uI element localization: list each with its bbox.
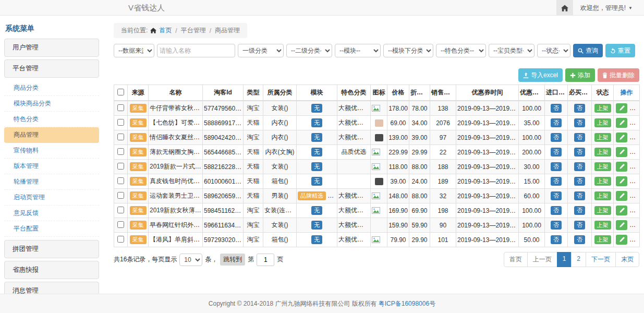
row-checkbox[interactable]	[117, 221, 124, 228]
home-button[interactable]	[556, 0, 573, 16]
feature-category-select[interactable]: --特色分类--	[436, 44, 486, 57]
status-badge[interactable]: 上架	[594, 191, 611, 200]
sidebar-item-feature-category[interactable]: 特色分类	[4, 112, 99, 127]
add-button[interactable]: 添加	[565, 68, 595, 82]
import-select-badge[interactable]: 否	[551, 162, 562, 171]
reset-button[interactable]: 重置	[605, 44, 635, 57]
pager-page-1[interactable]: 1	[557, 252, 572, 267]
edit-button[interactable]	[616, 147, 627, 157]
import-select-badge[interactable]: 否	[551, 133, 562, 142]
import-select-badge[interactable]: 否	[551, 235, 562, 244]
status-badge[interactable]: 上架	[594, 118, 611, 127]
row-checkbox[interactable]	[117, 177, 124, 184]
edit-button[interactable]	[616, 191, 627, 201]
sidebar-item-version-management[interactable]: 版本管理	[4, 159, 99, 174]
breadcrumb-home-link[interactable]: 首页	[159, 26, 172, 35]
row-checkbox[interactable]	[117, 148, 124, 155]
status-badge[interactable]: 上架	[594, 104, 611, 113]
must-buy-badge[interactable]: 否	[574, 118, 585, 127]
sidebar-item-feedback[interactable]: 意见反馈	[4, 206, 99, 221]
row-checkbox[interactable]	[117, 192, 124, 199]
must-buy-badge[interactable]: 否	[574, 133, 585, 142]
sidebar-item-groupbuy-management[interactable]: 拼团管理	[4, 240, 99, 258]
module-badge[interactable]: 无	[311, 162, 322, 171]
sidebar-item-product-management[interactable]: 商品管理	[4, 127, 99, 143]
status-badge[interactable]: 上架	[594, 162, 611, 171]
row-checkbox[interactable]	[117, 119, 124, 126]
level2-category-select[interactable]: --二级分类--	[286, 44, 332, 57]
import-select-badge[interactable]: 否	[551, 206, 562, 215]
bulk-delete-button[interactable]: 批量删除	[598, 68, 639, 82]
edit-button[interactable]	[616, 133, 627, 142]
import-excel-button[interactable]: 导入excel	[518, 68, 563, 82]
import-select-badge[interactable]: 否	[551, 221, 562, 230]
pager-first[interactable]: 首页	[504, 252, 528, 267]
search-button[interactable]: 查询	[573, 44, 603, 57]
sidebar-item-product-category[interactable]: 商品分类	[4, 80, 99, 96]
row-checkbox[interactable]	[117, 236, 124, 243]
select-all-checkbox[interactable]	[117, 89, 124, 95]
sidebar-item-promo-material[interactable]: 宣传物料	[4, 143, 99, 159]
must-buy-badge[interactable]: 否	[574, 177, 585, 186]
import-select-badge[interactable]: 否	[551, 148, 562, 156]
row-checkbox[interactable]	[117, 134, 124, 140]
must-buy-badge[interactable]: 否	[574, 235, 585, 244]
module-badge[interactable]: 无	[311, 148, 322, 156]
edit-button[interactable]	[616, 206, 627, 215]
status-badge[interactable]: 上架	[594, 206, 611, 215]
pager-prev[interactable]: 上一页	[527, 252, 557, 267]
status-badge[interactable]: 上架	[594, 148, 611, 156]
import-select-badge[interactable]: 否	[551, 104, 562, 113]
page-jump-input[interactable]	[257, 254, 274, 266]
item-type-select[interactable]: --宝贝类型--	[489, 44, 534, 57]
status-badge[interactable]: 上架	[594, 221, 611, 230]
pager-last[interactable]: 末页	[615, 252, 639, 267]
icp-link[interactable]: 粤ICP备16098006号	[379, 299, 435, 308]
row-checkbox[interactable]	[117, 163, 124, 170]
sidebar-item-platform-management[interactable]: 平台管理	[4, 59, 99, 78]
edit-button[interactable]	[616, 103, 627, 113]
status-badge[interactable]: 上架	[594, 235, 611, 244]
must-buy-badge[interactable]: 否	[574, 206, 585, 215]
sidebar-item-saving-express[interactable]: 省惠快报	[4, 261, 99, 279]
sidebar-item-carousel-management[interactable]: 轮播管理	[4, 174, 99, 190]
sidebar-item-module-product-category[interactable]: 模块商品分类	[4, 96, 99, 112]
status-badge[interactable]: 上架	[594, 177, 611, 186]
pager-next[interactable]: 下一页	[586, 252, 616, 267]
user-menu[interactable]: 欢迎您，管理员! ▼	[573, 4, 644, 13]
import-select-badge[interactable]: 否	[551, 177, 562, 186]
module-badge[interactable]: 品牌精选	[298, 191, 326, 200]
module-select[interactable]: --模块--	[335, 44, 381, 57]
edit-button[interactable]	[616, 235, 627, 245]
must-buy-badge[interactable]: 否	[574, 104, 585, 113]
must-buy-badge[interactable]: 否	[574, 191, 585, 200]
name-input[interactable]	[157, 44, 235, 57]
module-badge[interactable]: 无	[311, 104, 322, 113]
edit-button[interactable]	[616, 220, 627, 230]
module-badge[interactable]: 无	[311, 206, 322, 215]
must-buy-badge[interactable]: 否	[574, 221, 585, 230]
pager-page-2[interactable]: 2	[571, 252, 586, 267]
status-select[interactable]: --状态--	[537, 44, 570, 57]
row-checkbox[interactable]	[117, 207, 124, 213]
sidebar-item-splash-management[interactable]: 启动页管理	[4, 190, 99, 206]
status-badge[interactable]: 上架	[594, 133, 611, 142]
module-badge[interactable]: 无	[311, 177, 322, 186]
row-checkbox[interactable]	[117, 104, 124, 111]
sidebar-item-platform-config[interactable]: 平台配置	[4, 221, 99, 237]
edit-button[interactable]	[616, 176, 627, 186]
level1-category-select[interactable]: 一级分类	[238, 44, 284, 57]
module-badge[interactable]: 无	[311, 221, 322, 230]
must-buy-badge[interactable]: 否	[574, 148, 585, 156]
edit-button[interactable]	[616, 162, 627, 172]
edit-button[interactable]	[616, 118, 627, 128]
must-buy-badge[interactable]: 否	[574, 162, 585, 171]
module-badge[interactable]: 无	[311, 133, 322, 142]
module-badge[interactable]: 无	[311, 235, 322, 244]
import-select-badge[interactable]: 否	[551, 191, 562, 200]
sidebar-item-user-management[interactable]: 用户管理	[4, 39, 99, 57]
import-select-badge[interactable]: 否	[551, 118, 562, 127]
per-page-select[interactable]: 10	[179, 254, 202, 266]
data-source-select[interactable]: --数据来源--	[114, 44, 154, 57]
module-badge[interactable]: 无	[311, 118, 322, 127]
